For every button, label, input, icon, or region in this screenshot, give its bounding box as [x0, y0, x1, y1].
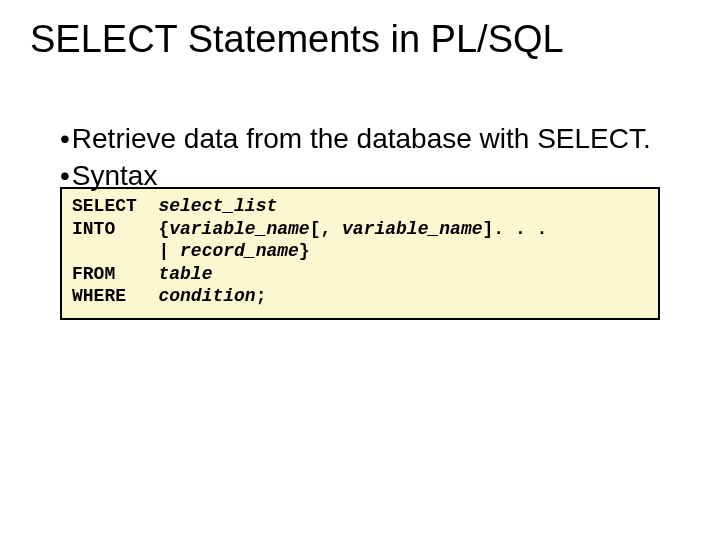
- syntax-code-box: SELECT select_list INTO {variable_name[,…: [60, 187, 660, 320]
- bullet-dot-icon: •: [60, 158, 70, 193]
- code-kw-from: FROM: [72, 264, 158, 284]
- bullet-dot-icon: •: [60, 121, 70, 156]
- code-kw-where: WHERE: [72, 286, 158, 306]
- content-area: •Retrieve data from the database with SE…: [0, 61, 720, 320]
- bullet-1: •Retrieve data from the database with SE…: [60, 121, 660, 156]
- bullet-2-text: Syntax: [72, 160, 158, 191]
- code-l3-end: }: [299, 241, 310, 261]
- bullet-1-text: Retrieve data from the database with SEL…: [72, 123, 651, 154]
- code-sep: [,: [310, 219, 342, 239]
- code-l3-pre: |: [72, 241, 180, 261]
- code-kw-into: INTO {: [72, 219, 169, 239]
- code-table: table: [158, 264, 212, 284]
- code-select-list: select_list: [158, 196, 277, 216]
- page-title: SELECT Statements in PL/SQL: [0, 0, 720, 61]
- code-l5-end: ;: [256, 286, 267, 306]
- code-l2-end: ]. . .: [483, 219, 548, 239]
- code-variable-name-1: variable_name: [169, 219, 309, 239]
- code-kw-select: SELECT: [72, 196, 158, 216]
- code-variable-name-2: variable_name: [342, 219, 482, 239]
- code-condition: condition: [158, 286, 255, 306]
- code-record-name: record_name: [180, 241, 299, 261]
